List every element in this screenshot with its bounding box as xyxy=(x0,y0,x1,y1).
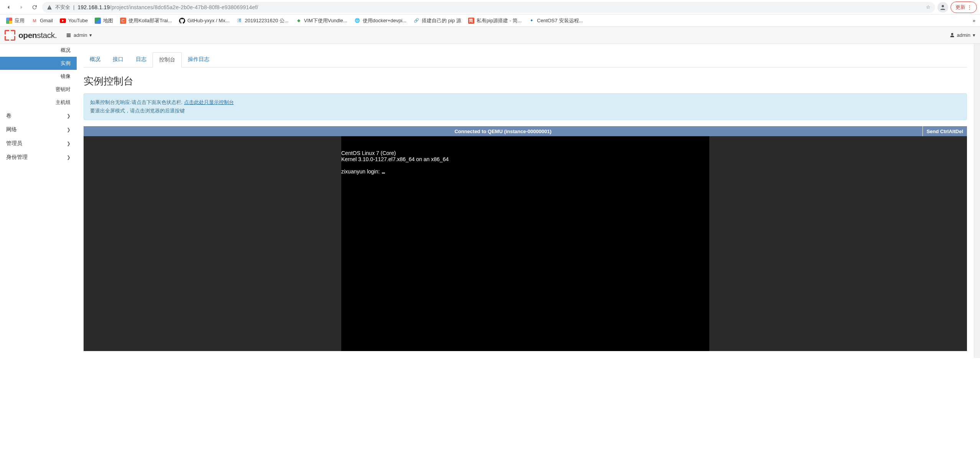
tab-console[interactable]: 控制台 xyxy=(153,52,182,68)
bookmark-pvt-pip[interactable]: 简私有pip源搭建 - 简... xyxy=(465,16,525,26)
browser-toolbar: 不安全 | 192.168.1.19/project/instances/8dc… xyxy=(0,0,980,15)
forward-button[interactable] xyxy=(16,2,27,13)
console-help-alert: 如果控制台无响应:请点击下面灰色状态栏. 点击此处只显示控制台 要退出全屏模式，… xyxy=(84,93,967,120)
sidenav-group-volumes[interactable]: 卷❯ xyxy=(0,109,77,123)
bookmark-youtube[interactable]: YouTube xyxy=(57,16,91,25)
apps-icon xyxy=(6,18,12,24)
reload-button[interactable] xyxy=(29,2,40,13)
openstack-mark-icon xyxy=(5,30,15,41)
kebab-icon: ⋮ xyxy=(967,6,972,9)
alert-line1: 如果控制台无响应:请点击下面灰色状态栏. xyxy=(90,99,184,105)
sidenav-item-hostgroup[interactable]: 主机组 xyxy=(0,96,77,109)
back-button[interactable] xyxy=(3,2,14,13)
send-ctrlaltdel-button[interactable]: Send CtrlAltDel xyxy=(922,126,967,136)
show-only-console-link[interactable]: 点击此处只显示控制台 xyxy=(184,99,234,105)
chevron-right-icon: ❯ xyxy=(67,141,71,146)
bookmark-kolla[interactable]: C使用Kolla部署Trai... xyxy=(117,16,175,26)
caret-down-icon: ▾ xyxy=(973,32,975,38)
terminal-cursor xyxy=(382,173,385,173)
page-scrollbar[interactable] xyxy=(974,44,980,358)
openstack-logo[interactable]: openstack. xyxy=(5,30,57,41)
bookmark-vim[interactable]: ◆VIM下使用Vundle... xyxy=(293,16,350,26)
sidenav-item-keypairs[interactable]: 密钥对 xyxy=(0,83,77,96)
content-area: 概况 接口 日志 控制台 操作日志 实例控制台 如果控制台无响应:请点击下面灰色… xyxy=(77,44,974,358)
sidenav-group-network[interactable]: 网络❯ xyxy=(0,123,77,137)
centos-icon: ✦ xyxy=(529,18,535,24)
sidenav: 概况 实例 镜像 密钥对 主机组 卷❯ 网络❯ 管理员❯ 身份管理❯ xyxy=(0,44,77,358)
console-statusbar[interactable]: Connected to QEMU (instance-00000001) Se… xyxy=(84,126,967,136)
chevron-right-icon: ❯ xyxy=(67,113,71,119)
url-text: 192.168.1.19/project/instances/8dc65a2e-… xyxy=(77,4,258,10)
not-secure-label: 不安全 xyxy=(55,4,70,11)
update-button[interactable]: 更新 ⋮ xyxy=(950,2,977,13)
favicon-jian-icon: 简 xyxy=(468,18,474,24)
bookmarks-overflow[interactable]: » xyxy=(971,16,977,25)
bookmark-maps[interactable]: 地图 xyxy=(92,16,116,26)
instance-tabs: 概况 接口 日志 控制台 操作日志 xyxy=(84,52,967,68)
sidenav-item-overview[interactable]: 概况 xyxy=(0,44,77,57)
console: Connected to QEMU (instance-00000001) Se… xyxy=(84,126,967,351)
tab-overview[interactable]: 概况 xyxy=(84,52,107,67)
tab-interfaces[interactable]: 接口 xyxy=(107,52,130,67)
favicon-c-icon: C xyxy=(120,18,126,24)
bookmarks-bar: 应用 MGmail YouTube 地图 C使用Kolla部署Trai... G… xyxy=(0,15,980,27)
openstack-header: openstack. admin ▾ admin ▾ xyxy=(0,27,980,44)
bookmark-pip[interactable]: 🔗搭建自己的 pip 源 xyxy=(410,16,464,26)
bookmark-github[interactable]: GitHub-yxyx / Mx... xyxy=(176,16,233,25)
chevron-right-icon: ❯ xyxy=(67,127,71,132)
console-status-text: Connected to QEMU (instance-00000001) xyxy=(84,129,922,134)
domain-icon xyxy=(66,33,71,38)
sidenav-item-images[interactable]: 镜像 xyxy=(0,70,77,83)
globe-icon: 🌐 xyxy=(354,18,360,24)
github-icon xyxy=(179,18,185,24)
youtube-icon xyxy=(60,18,66,24)
apps-button[interactable]: 应用 xyxy=(3,16,28,26)
bookmark-numdate[interactable]: 漢201912231620 公... xyxy=(233,16,292,26)
gmail-icon: M xyxy=(31,18,38,24)
vim-icon: ◆ xyxy=(296,18,302,24)
link-icon: 🔗 xyxy=(413,18,419,24)
caret-down-icon: ▾ xyxy=(89,32,92,38)
sidenav-item-instances[interactable]: 实例 xyxy=(0,57,77,70)
console-frame[interactable]: CentOS Linux 7 (Core) Kernel 3.10.0-1127… xyxy=(84,136,967,351)
profile-avatar[interactable] xyxy=(937,2,948,13)
favicon-cn-icon: 漢 xyxy=(237,18,243,24)
page-title: 实例控制台 xyxy=(84,74,967,88)
user-menu[interactable]: admin ▾ xyxy=(950,32,975,38)
address-bar[interactable]: 不安全 | 192.168.1.19/project/instances/8dc… xyxy=(42,2,935,13)
sidenav-group-admin[interactable]: 管理员❯ xyxy=(0,137,77,150)
bookmark-centos[interactable]: ✦CentOS7 安装远程... xyxy=(526,16,586,26)
user-icon xyxy=(950,33,955,38)
console-terminal[interactable]: CentOS Linux 7 (Core) Kernel 3.10.0-1127… xyxy=(341,136,709,351)
sidenav-group-identity[interactable]: 身份管理❯ xyxy=(0,150,77,164)
alert-line2: 要退出全屏模式，请点击浏览器的后退按键 xyxy=(90,108,185,114)
bookmark-star-icon[interactable]: ☆ xyxy=(926,4,931,10)
gmap-icon xyxy=(95,18,101,24)
project-selector[interactable]: admin ▾ xyxy=(66,32,92,38)
tab-actionlog[interactable]: 操作日志 xyxy=(182,52,215,67)
bookmark-gmail[interactable]: MGmail xyxy=(28,16,56,25)
insecure-icon xyxy=(47,5,52,10)
chevron-right-icon: ❯ xyxy=(67,155,71,160)
bookmark-docker[interactable]: 🌐使用docker+devpi... xyxy=(351,16,410,26)
tab-log[interactable]: 日志 xyxy=(130,52,153,67)
svg-point-0 xyxy=(942,5,944,7)
